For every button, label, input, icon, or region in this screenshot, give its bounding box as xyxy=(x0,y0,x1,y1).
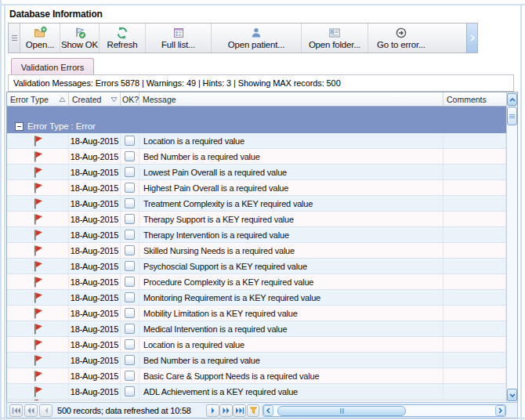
ok-checkbox[interactable] xyxy=(125,355,135,365)
error-flag-icon xyxy=(32,260,43,273)
group-row[interactable]: Error Type : Error xyxy=(7,119,96,133)
column-header-created[interactable]: Created xyxy=(69,92,121,107)
first-record-button[interactable] xyxy=(9,404,23,417)
ok-cell xyxy=(121,227,139,242)
table-row[interactable]: 18-Aug-2015 Treatment Complexity is a KE… xyxy=(7,196,506,212)
comments-cell xyxy=(444,353,506,368)
previous-record-button[interactable] xyxy=(39,404,52,417)
toolbar-overflow-button[interactable] xyxy=(466,24,477,52)
show-ok-button[interactable]: Show OK xyxy=(60,24,100,52)
table-row[interactable]: 18-Aug-2015 Lowest Pain Overall is a req… xyxy=(7,165,506,180)
table-row[interactable]: 18-Aug-2015 Mobility Limitation is a KEY… xyxy=(7,306,506,321)
comments-cell xyxy=(444,196,506,211)
open-button[interactable]: Open... xyxy=(20,24,60,52)
horizontal-scroll-thumb[interactable] xyxy=(277,406,406,416)
table-row[interactable]: 18-Aug-2015 Location is a required value xyxy=(7,337,506,353)
open-button-label: Open... xyxy=(26,40,54,49)
error-flag-icon xyxy=(32,244,43,257)
message-cell: Lowest Pain Overall is a required value xyxy=(139,165,444,179)
ok-checkbox[interactable] xyxy=(125,371,135,381)
comments-cell xyxy=(444,290,506,305)
ok-checkbox[interactable] xyxy=(125,308,135,318)
last-record-button[interactable] xyxy=(233,404,246,417)
refresh-button[interactable]: Refresh xyxy=(100,24,146,52)
next-page-button[interactable] xyxy=(219,404,233,417)
comments-cell xyxy=(444,259,506,273)
table-row[interactable]: 18-Aug-2015 Bed Number is a required val… xyxy=(7,149,506,165)
scroll-left-button[interactable] xyxy=(263,405,273,416)
error-type-cell xyxy=(7,133,69,148)
ok-checkbox[interactable] xyxy=(125,261,135,271)
ok-checkbox[interactable] xyxy=(125,230,135,240)
column-header-message[interactable]: Message xyxy=(139,92,444,107)
ok-checkbox[interactable] xyxy=(125,277,135,287)
ok-checkbox[interactable] xyxy=(125,198,135,208)
error-flag-icon xyxy=(32,307,43,320)
next-record-icon xyxy=(211,407,215,415)
table-row[interactable]: 18-Aug-2015 Highest Pain Overall is a re… xyxy=(7,180,506,196)
table-row[interactable]: 18-Aug-2015 Procedure Complexity is a KE… xyxy=(7,274,506,290)
ok-checkbox[interactable] xyxy=(125,136,135,146)
table-row[interactable]: 18-Aug-2015 Skilled Nursing Needs is a r… xyxy=(7,243,506,259)
ok-checkbox[interactable] xyxy=(125,386,135,396)
open-patient-button[interactable]: Open patient... xyxy=(212,24,302,52)
ok-checkbox[interactable] xyxy=(125,214,135,224)
ok-checkbox[interactable] xyxy=(125,183,135,193)
ok-checkbox[interactable] xyxy=(125,151,135,161)
error-type-cell xyxy=(7,274,69,289)
table-row[interactable]: 18-Aug-2015 Location is a required value xyxy=(7,133,506,149)
comments-cell xyxy=(444,274,506,289)
error-type-cell xyxy=(7,384,69,399)
error-flag-icon xyxy=(32,354,43,367)
ok-checkbox[interactable] xyxy=(125,324,135,334)
comments-cell xyxy=(444,212,506,226)
column-header-ok[interactable]: OK? xyxy=(121,92,139,107)
error-flag-icon xyxy=(32,339,43,351)
vertical-scroll-thumb[interactable] xyxy=(507,107,517,125)
toolbar-grip[interactable] xyxy=(9,24,20,52)
column-header-comments[interactable]: Comments xyxy=(444,92,506,107)
table-row[interactable]: 18-Aug-2015 Monitoring Requirement is a … xyxy=(7,290,506,306)
open-folder-button[interactable]: Open folder... xyxy=(302,24,368,52)
table-row[interactable]: 18-Aug-2015 Therapy Intervention is a re… xyxy=(7,227,506,243)
error-type-cell xyxy=(7,180,69,195)
filter-records-button[interactable] xyxy=(247,404,259,417)
scroll-right-button[interactable] xyxy=(495,405,505,416)
table-row[interactable]: 18-Aug-2015 ADL Achievement is a KEY req… xyxy=(7,384,506,400)
comments-cell xyxy=(444,243,506,258)
table-row[interactable]: 18-Aug-2015 Basic Care & Support Needs i… xyxy=(7,368,506,384)
next-record-button[interactable] xyxy=(206,404,219,417)
ok-checkbox[interactable] xyxy=(125,245,135,255)
table-row[interactable]: 18-Aug-2015 Medical Intervention is a re… xyxy=(7,321,506,337)
go-to-error-button[interactable]: Go to error... xyxy=(368,24,434,52)
comments-cell xyxy=(444,180,506,195)
error-type-cell xyxy=(7,290,69,305)
previous-page-button[interactable] xyxy=(24,404,38,417)
summary-bar: Validation Messages: Errors 5878 | Warni… xyxy=(8,74,514,92)
error-type-cell xyxy=(7,196,69,211)
thumb-grip-icon xyxy=(340,408,344,414)
table-row[interactable]: 18-Aug-2015 Therapy Support is a KEY req… xyxy=(7,212,506,227)
table-row[interactable]: 18-Aug-2015 Bed Number is a required val… xyxy=(7,353,506,368)
window-border-left-outer xyxy=(0,0,2,420)
ok-checkbox[interactable] xyxy=(125,167,135,177)
ok-checkbox[interactable] xyxy=(125,292,135,302)
tab-validation-errors[interactable]: Validation Errors xyxy=(11,58,94,75)
collapse-icon[interactable] xyxy=(15,122,24,131)
message-cell: Highest Pain Overall is a required value xyxy=(139,180,444,195)
vertical-scrollbar[interactable] xyxy=(506,92,517,402)
error-type-cell xyxy=(7,321,69,336)
full-list-button[interactable]: Full list... xyxy=(146,24,212,52)
ok-checkbox[interactable] xyxy=(125,339,135,349)
ok-cell xyxy=(121,180,139,195)
column-header-error-type[interactable]: Error Type xyxy=(7,92,69,107)
scroll-down-button[interactable] xyxy=(507,389,517,401)
group-band: Error Type : Error xyxy=(7,107,506,133)
created-cell: 18-Aug-2015 xyxy=(69,165,121,179)
table-row[interactable]: 18-Aug-2015 Psychoscial Support is a KEY… xyxy=(7,259,506,274)
horizontal-scrollbar[interactable] xyxy=(262,404,506,417)
scroll-up-button[interactable] xyxy=(507,93,517,106)
error-flag-icon xyxy=(32,150,43,163)
partial-row xyxy=(7,400,506,401)
created-cell: 18-Aug-2015 xyxy=(69,290,121,305)
